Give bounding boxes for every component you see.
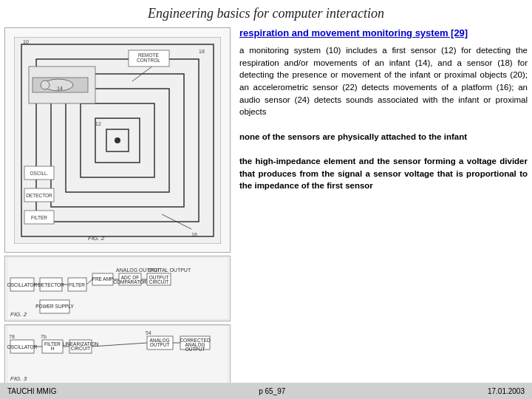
footer-bar: TAUCHI MMIG p 65_97 17.01.2003 — [0, 383, 532, 399]
svg-text:10: 10 — [23, 39, 29, 44]
svg-text:OSCILL.: OSCILL. — [30, 171, 49, 176]
description-text: a monitoring system (10) includes a firs… — [239, 44, 528, 192]
circuit-diagram-2: OSCILLATOR FILTER H LINEARIZATION CIRCUI… — [4, 324, 231, 386]
svg-text:OSCILLATOR: OSCILLATOR — [7, 344, 38, 349]
svg-text:POWER SUPPLY: POWER SUPPLY — [35, 304, 74, 309]
svg-rect-55 — [7, 325, 228, 386]
spiral-diagram-area: 10 12 14 18 16 REMOTE CONTROL OSCILL. DE… — [4, 27, 231, 253]
article-title-link[interactable]: respiration and movement monitoring syst… — [239, 27, 528, 40]
svg-text:CONTROL: CONTROL — [137, 58, 160, 63]
svg-text:FILTER: FILTER — [31, 215, 47, 220]
svg-text:18: 18 — [199, 49, 205, 54]
spiral-svg: 10 12 14 18 16 REMOTE CONTROL OSCILL. DE… — [14, 37, 221, 244]
svg-text:DETECTOR: DETECTOR — [26, 193, 52, 198]
svg-text:COMPARATOR: COMPARATOR — [113, 279, 147, 284]
svg-text:CIRCUIT: CIRCUIT — [71, 346, 90, 351]
svg-text:OUTPUT: OUTPUT — [150, 342, 170, 347]
svg-text:FIG. 2: FIG. 2 — [88, 235, 105, 242]
circuit-svg-1: OSCILLATOR DETECTOR FILTER PRE AMP ADC O… — [7, 257, 228, 320]
svg-text:PRE AMP: PRE AMP — [92, 276, 114, 282]
svg-text:H: H — [51, 346, 55, 351]
svg-text:78: 78 — [9, 334, 15, 339]
footer-middle: p 65_97 — [259, 387, 285, 395]
svg-text:FIG. 3: FIG. 3 — [10, 375, 27, 382]
svg-point-8 — [115, 137, 120, 143]
left-panel: 10 12 14 18 16 REMOTE CONTROL OSCILL. DE… — [4, 27, 233, 386]
svg-text:7b: 7b — [41, 334, 47, 339]
svg-text:OUTPUT: OUTPUT — [185, 347, 205, 352]
footer-right: 17.01.2003 — [488, 387, 525, 395]
right-panel: respiration and movement monitoring syst… — [233, 27, 528, 386]
footer-left: TAUCHI MMIG — [7, 387, 56, 395]
page-title: Engineering basics for computer interact… — [0, 0, 532, 24]
svg-text:CIRCUIT: CIRCUIT — [149, 279, 168, 284]
svg-text:REMOTE: REMOTE — [138, 52, 159, 58]
circuit-diagram-1: OSCILLATOR DETECTOR FILTER PRE AMP ADC O… — [4, 256, 231, 321]
circuit-svg-2: OSCILLATOR FILTER H LINEARIZATION CIRCUI… — [7, 325, 228, 386]
svg-text:FIG. 2: FIG. 2 — [10, 311, 27, 318]
main-content: 10 12 14 18 16 REMOTE CONTROL OSCILL. DE… — [0, 24, 532, 386]
svg-text:14: 14 — [57, 86, 63, 91]
svg-text:FILTER: FILTER — [69, 282, 85, 287]
svg-text:12: 12 — [95, 121, 101, 126]
svg-text:54: 54 — [146, 330, 151, 335]
svg-text:OSCILLATOR: OSCILLATOR — [7, 282, 38, 287]
svg-point-12 — [41, 81, 50, 89]
svg-text:DIGITAL OUTPUT: DIGITAL OUTPUT — [149, 267, 191, 273]
svg-text:16: 16 — [191, 232, 197, 237]
svg-text:DETECTOR: DETECTOR — [38, 282, 64, 287]
